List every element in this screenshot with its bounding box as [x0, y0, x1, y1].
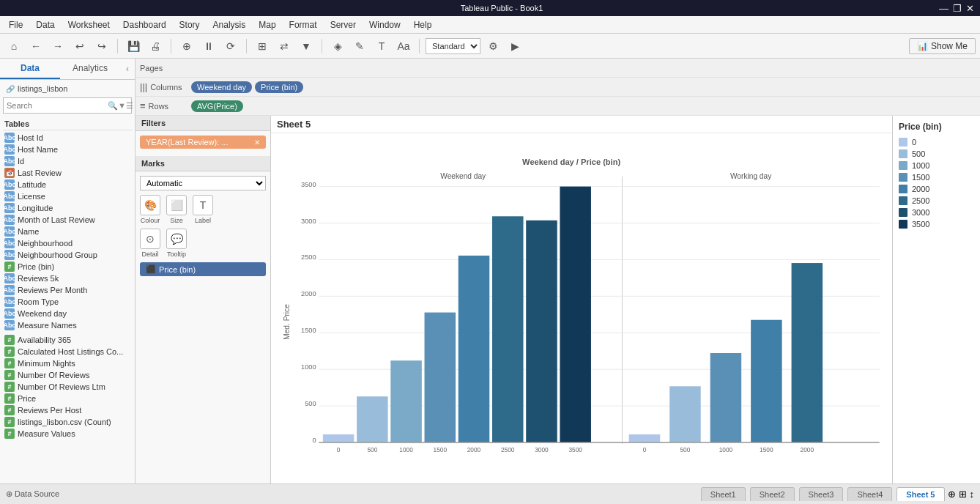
toolbar-tooltip-btn[interactable]: T [372, 37, 391, 56]
menu-analysis[interactable]: Analysis [207, 18, 252, 32]
toolbar-annotate-btn[interactable]: ✎ [350, 37, 369, 56]
pill-weekend-day[interactable]: Weekend day [191, 81, 252, 93]
marks-size-btn[interactable]: ⬜ Size [166, 195, 187, 224]
menu-map[interactable]: Map [253, 18, 281, 32]
toolbar-sep2 [171, 39, 171, 53]
toolbar-back-btn[interactable]: ← [26, 37, 45, 56]
pill-price-bin[interactable]: Price (bin) [255, 81, 303, 93]
add-sheet-icon[interactable]: ⊕ [948, 489, 956, 500]
colour-label: Colour [141, 217, 160, 224]
menu-server[interactable]: Server [324, 18, 362, 32]
toolbar-print-btn[interactable]: 🖨 [146, 37, 165, 56]
toolbar-highlight-btn[interactable]: ◈ [328, 37, 347, 56]
legend-label-0: 0 [912, 138, 916, 147]
maximize-btn[interactable]: ❐ [953, 3, 962, 14]
sheet-tab-1[interactable]: Sheet1 [701, 487, 746, 501]
sheet-tab-5[interactable]: Sheet 5 [897, 487, 944, 501]
field-month-last-review[interactable]: Abc Month of Last Review [3, 214, 132, 226]
field-price-bin[interactable]: # Price (bin) [3, 261, 132, 273]
list-view-icon[interactable]: ☰ [126, 101, 133, 111]
toolbar-new-datasource-btn[interactable]: ⊕ [177, 37, 196, 56]
sheet-nav-icon[interactable]: ↕ [970, 489, 975, 500]
close-btn[interactable]: ✕ [966, 3, 974, 14]
sheet-tab-4[interactable]: Sheet4 [847, 487, 892, 501]
marks-colour-btn[interactable]: 🎨 Colour [140, 195, 160, 224]
tab-data[interactable]: Data [0, 59, 60, 79]
legend-color-3000 [899, 208, 907, 217]
field-measure-names[interactable]: Abc Measure Names [3, 319, 132, 331]
toolbar-sort-btn[interactable]: ▼ [297, 37, 316, 56]
field-host-id[interactable]: Abc Host Id [3, 132, 132, 144]
field-reviews-per-month[interactable]: Abc Reviews Per Month [3, 284, 132, 296]
field-listings-count[interactable]: # listings_lisbon.csv (Count) [3, 416, 132, 428]
filter-year-last-review[interactable]: YEAR(Last Review): ... ✕ [140, 136, 266, 149]
field-room-type[interactable]: Abc Room Type [3, 296, 132, 308]
toolbar-refresh-btn[interactable]: ⟳ [221, 37, 240, 56]
field-reviews-5k[interactable]: Abc Reviews 5k [3, 273, 132, 284]
search-input[interactable] [7, 99, 108, 112]
field-neighbourhood-group[interactable]: Abc Neighbourhood Group [3, 249, 132, 261]
toolbar-home-btn[interactable]: ⌂ [4, 37, 23, 56]
toolbar-fit-btn[interactable]: ⊞ [253, 37, 272, 56]
field-price[interactable]: # Price [3, 393, 132, 404]
field-longitude[interactable]: Abc Longitude [3, 202, 132, 214]
field-last-review[interactable]: 📅 Last Review [3, 167, 132, 179]
field-calc-host-listings[interactable]: # Calculated Host Listings Co... [3, 346, 132, 357]
toolbar-swap-btn[interactable]: ⇄ [275, 37, 294, 56]
field-icon-num: # [4, 417, 15, 427]
sheet-tab-3[interactable]: Sheet3 [799, 487, 844, 501]
menu-format[interactable]: Format [283, 18, 323, 32]
field-icon-abc: Abc [4, 320, 15, 330]
datasource-status[interactable]: ⊕ Data Source [6, 489, 59, 499]
toolbar-chart-config-btn[interactable]: ⚙ [483, 37, 502, 56]
pill-avg-price[interactable]: AVG(Price) [191, 100, 243, 112]
duplicate-sheet-icon[interactable]: ⊞ [959, 489, 967, 500]
field-measure-values[interactable]: # Measure Values [3, 428, 132, 440]
field-number-of-reviews[interactable]: # Number Of Reviews [3, 369, 132, 381]
field-host-name[interactable]: Abc Host Name [3, 144, 132, 155]
field-number-of-reviews-ltm[interactable]: # Number Of Reviews Ltm [3, 381, 132, 393]
field-availability365[interactable]: # Availability 365 [3, 334, 132, 346]
svg-text:3000: 3000 [301, 218, 316, 225]
toolbar-save-btn[interactable]: 💾 [124, 37, 143, 56]
chart-type-select[interactable]: Standard [426, 38, 480, 54]
marks-type-select[interactable]: Automatic Bar Line Circle [140, 176, 266, 190]
field-reviews-per-host[interactable]: # Reviews Per Host [3, 404, 132, 416]
toolbar-forward-btn[interactable]: → [48, 37, 67, 56]
toolbar-redo-btn[interactable]: ↪ [92, 37, 111, 56]
sheet-tab-2[interactable]: Sheet2 [750, 487, 795, 501]
marks-content: Automatic Bar Line Circle 🎨 Colour ⬜ Siz… [136, 171, 270, 281]
minimize-btn[interactable]: — [939, 3, 949, 14]
tab-analytics[interactable]: Analytics [60, 59, 120, 79]
menu-file[interactable]: File [3, 18, 29, 32]
sidebar-collapse-btn[interactable]: ‹ [120, 59, 135, 79]
toolbar-present-btn[interactable]: ▶ [505, 37, 524, 56]
toolbar-undo-btn[interactable]: ↩ [70, 37, 89, 56]
field-neighbourhood[interactable]: Abc Neighbourhood [3, 237, 132, 249]
marks-tooltip-btn[interactable]: 💬 Tooltip [166, 229, 187, 258]
field-weekend-day[interactable]: Abc Weekend day [3, 308, 132, 319]
toolbar-text-btn[interactable]: Aa [394, 37, 413, 56]
field-license[interactable]: Abc License [3, 190, 132, 202]
menu-story[interactable]: Story [174, 18, 206, 32]
window-controls[interactable]: — ❐ ✕ [939, 3, 974, 14]
menu-help[interactable]: Help [408, 18, 438, 32]
more-icon[interactable]: ⋮ [133, 101, 135, 111]
toolbar-pause-btn[interactable]: ⏸ [199, 37, 218, 56]
menu-dashboard[interactable]: Dashboard [117, 18, 172, 32]
menu-bar: File Data Worksheet Dashboard Story Anal… [0, 16, 980, 34]
menu-worksheet[interactable]: Worksheet [62, 18, 116, 32]
field-name[interactable]: Abc Name [3, 226, 132, 237]
marks-label-btn[interactable]: T Label [193, 195, 213, 224]
filter-icon[interactable]: ▼ [118, 101, 126, 110]
datasource-row[interactable]: 🔗 listings_lisbon [3, 83, 132, 94]
show-me-button[interactable]: 📊 Show Me [909, 38, 976, 54]
field-id[interactable]: Abc Id [3, 155, 132, 167]
filter-chip-remove-icon[interactable]: ✕ [254, 138, 260, 147]
marks-detail-btn[interactable]: ⊙ Detail [140, 229, 160, 258]
field-latitude[interactable]: Abc Latitude [3, 179, 132, 190]
field-min-nights[interactable]: # Minimum Nights [3, 357, 132, 369]
menu-window[interactable]: Window [363, 18, 407, 32]
menu-data[interactable]: Data [30, 18, 60, 32]
price-bin-chip[interactable]: ⬛ Price (bin) [140, 262, 266, 276]
